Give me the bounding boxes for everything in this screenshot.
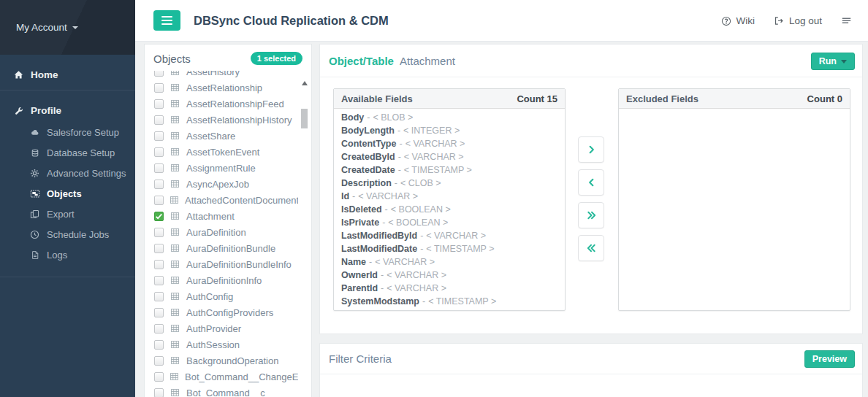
sidebar-item-schedule-jobs[interactable]: Schedule Jobs bbox=[0, 224, 135, 244]
sidebar-item-label: Salesforce Setup bbox=[47, 127, 119, 138]
object-row-assetrelationshipfeed[interactable]: AssetRelationshipFeed bbox=[145, 96, 298, 112]
field-row-isdeleted[interactable]: IsDeleted-< BOOLEAN > bbox=[341, 203, 557, 216]
field-separator: - bbox=[399, 139, 402, 149]
object-row-attachedcontentdocument[interactable]: AttachedContentDocument bbox=[145, 192, 298, 208]
checkbox-unchecked[interactable] bbox=[154, 244, 164, 253]
object-row-auradefinition[interactable]: AuraDefinition bbox=[145, 224, 298, 240]
object-row-attachment[interactable]: Attachment bbox=[145, 208, 298, 224]
object-row-assethistory[interactable]: AssetHistory bbox=[145, 71, 298, 80]
preview-button[interactable]: Preview bbox=[804, 350, 855, 368]
objects-scrollbar[interactable] bbox=[300, 71, 310, 397]
checkbox-unchecked[interactable] bbox=[154, 308, 164, 317]
object-row-asyncapexjob[interactable]: AsyncApexJob bbox=[145, 176, 298, 192]
checkbox-unchecked[interactable] bbox=[154, 71, 164, 77]
sidebar-item-home[interactable]: Home bbox=[0, 63, 135, 90]
checkbox-unchecked[interactable] bbox=[154, 147, 164, 157]
wrench-icon bbox=[13, 107, 24, 115]
field-row-name[interactable]: Name-< VARCHAR > bbox=[341, 255, 557, 269]
sidebar-item-profile[interactable]: Profile bbox=[0, 99, 135, 122]
object-row-authconfig[interactable]: AuthConfig bbox=[145, 288, 298, 304]
field-name: Name bbox=[341, 257, 366, 267]
field-name: IsPrivate bbox=[341, 217, 379, 228]
object-row-backgroundoperation[interactable]: BackgroundOperation bbox=[145, 352, 298, 369]
field-row-ownerid[interactable]: OwnerId-< VARCHAR > bbox=[341, 269, 557, 282]
object-row-authsession[interactable]: AuthSession bbox=[145, 336, 298, 352]
field-row-isprivate[interactable]: IsPrivate-< BOOLEAN > bbox=[341, 216, 557, 229]
checkbox-unchecked[interactable] bbox=[154, 276, 164, 285]
object-row-bot-command-c[interactable]: Bot_Command__c bbox=[145, 385, 298, 397]
checkbox-unchecked[interactable] bbox=[154, 115, 164, 125]
account-menu[interactable]: My Account bbox=[0, 0, 135, 55]
object-row-auradefinitionbundle[interactable]: AuraDefinitionBundle bbox=[145, 240, 298, 256]
sidebar-item-advanced-settings[interactable]: Advanced Settings bbox=[0, 163, 135, 183]
sidebar-item-export[interactable]: Export bbox=[0, 204, 135, 224]
object-name: AuthSession bbox=[186, 339, 240, 350]
field-row-description[interactable]: Description-< CLOB > bbox=[341, 177, 557, 190]
field-row-contenttype[interactable]: ContentType-< VARCHAR > bbox=[341, 137, 557, 150]
field-row-body[interactable]: Body-< BLOB > bbox=[341, 111, 557, 124]
table-icon bbox=[170, 115, 180, 124]
checkbox-checked[interactable] bbox=[154, 212, 164, 221]
checkbox-unchecked[interactable] bbox=[154, 372, 164, 382]
field-type: < INTEGER > bbox=[403, 126, 460, 136]
table-icon bbox=[170, 276, 180, 285]
checkbox-unchecked[interactable] bbox=[154, 388, 164, 397]
move-left-button[interactable] bbox=[578, 169, 604, 196]
object-row-assignmentrule[interactable]: AssignmentRule bbox=[145, 160, 298, 176]
checkbox-unchecked[interactable] bbox=[154, 340, 164, 350]
object-row-bot-command-changeevent[interactable]: Bot_Command__ChangeEvent bbox=[145, 369, 298, 385]
checkbox-unchecked[interactable] bbox=[154, 99, 164, 109]
object-row-assettokenevent[interactable]: AssetTokenEvent bbox=[145, 144, 298, 160]
field-name: LastModifiedById bbox=[341, 231, 417, 241]
object-row-assetshare[interactable]: AssetShare bbox=[145, 128, 298, 144]
logout-link[interactable]: Log out bbox=[774, 15, 822, 26]
checkbox-unchecked[interactable] bbox=[154, 196, 164, 205]
scrollbar-thumb[interactable] bbox=[301, 109, 308, 128]
field-type: < VARCHAR > bbox=[375, 257, 435, 267]
object-name: AssignmentRule bbox=[186, 163, 256, 174]
table-icon bbox=[170, 292, 180, 301]
field-row-systemmodstamp[interactable]: SystemModstamp-< TIMESTAMP > bbox=[341, 295, 557, 308]
object-row-authprovider[interactable]: AuthProvider bbox=[145, 320, 298, 336]
excluded-fields-list bbox=[619, 109, 850, 111]
wiki-link[interactable]: Wiki bbox=[720, 15, 755, 26]
sidebar-item-database-setup[interactable]: Database Setup bbox=[0, 142, 135, 163]
object-row-authconfigproviders[interactable]: AuthConfigProviders bbox=[145, 304, 298, 320]
checkbox-unchecked[interactable] bbox=[154, 292, 164, 301]
field-row-bodylength[interactable]: BodyLength-< INTEGER > bbox=[341, 124, 557, 137]
field-row-createddate[interactable]: CreatedDate-< TIMESTAMP > bbox=[341, 163, 557, 177]
checkbox-unchecked[interactable] bbox=[154, 163, 164, 173]
move-all-left-button[interactable] bbox=[578, 235, 604, 261]
checkbox-unchecked[interactable] bbox=[154, 228, 164, 237]
field-separator: - bbox=[420, 231, 423, 241]
field-type: < TIMESTAMP > bbox=[426, 244, 494, 254]
checkbox-unchecked[interactable] bbox=[154, 260, 164, 269]
checkbox-unchecked[interactable] bbox=[154, 324, 164, 334]
sidebar-item-salesforce-setup[interactable]: Salesforce Setup bbox=[0, 122, 135, 142]
object-row-auradefinitioninfo[interactable]: AuraDefinitionInfo bbox=[145, 272, 298, 288]
field-separator: - bbox=[398, 152, 401, 162]
field-row-id[interactable]: Id-< VARCHAR > bbox=[341, 190, 557, 203]
field-row-createdbyid[interactable]: CreatedById-< VARCHAR > bbox=[341, 150, 557, 163]
sidebar-item-objects[interactable]: Objects bbox=[0, 183, 135, 204]
move-right-button[interactable] bbox=[578, 136, 604, 163]
sidebar-item-logs[interactable]: Logs bbox=[0, 244, 135, 265]
field-row-lastmodifieddate[interactable]: LastModifiedDate-< TIMESTAMP > bbox=[341, 242, 557, 255]
scroll-up-arrow-icon[interactable] bbox=[302, 81, 308, 85]
run-button[interactable]: Run bbox=[811, 53, 855, 70]
field-separator: - bbox=[369, 257, 372, 267]
checkbox-unchecked[interactable] bbox=[154, 131, 164, 141]
sidebar-item-label: Export bbox=[47, 209, 75, 220]
menu-toggle-button[interactable] bbox=[153, 10, 180, 31]
object-row-assetrelationship[interactable]: AssetRelationship bbox=[145, 80, 298, 96]
object-row-auradefinitionbundleinfo[interactable]: AuraDefinitionBundleInfo bbox=[145, 256, 298, 272]
checkbox-unchecked[interactable] bbox=[154, 356, 164, 366]
object-row-assetrelationshiphistory[interactable]: AssetRelationshipHistory bbox=[145, 112, 298, 128]
checkbox-unchecked[interactable] bbox=[154, 180, 164, 189]
list-lines-icon[interactable] bbox=[841, 16, 852, 26]
field-row-lastmodifiedbyid[interactable]: LastModifiedById-< VARCHAR > bbox=[341, 229, 557, 242]
object-name: AssetRelationshipFeed bbox=[186, 99, 284, 109]
move-all-right-button[interactable] bbox=[578, 202, 604, 228]
field-row-parentid[interactable]: ParentId-< VARCHAR > bbox=[341, 282, 557, 295]
checkbox-unchecked[interactable] bbox=[154, 83, 164, 93]
